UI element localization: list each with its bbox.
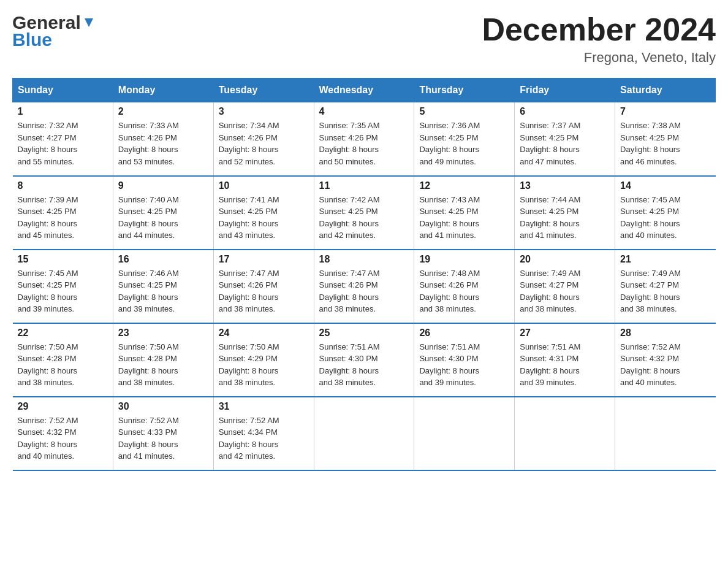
day-number: 3 [219,106,309,117]
day-info: Sunrise: 7:50 AMSunset: 4:28 PMDaylight:… [118,341,208,389]
cell-week4-day4: 26Sunrise: 7:51 AMSunset: 4:30 PMDayligh… [414,323,515,397]
day-info: Sunrise: 7:44 AMSunset: 4:25 PMDaylight:… [520,194,610,242]
day-info: Sunrise: 7:45 AMSunset: 4:25 PMDaylight:… [18,267,108,315]
cell-week3-day2: 17Sunrise: 7:47 AMSunset: 4:26 PMDayligh… [213,250,314,323]
cell-week2-day3: 11Sunrise: 7:42 AMSunset: 4:25 PMDayligh… [314,176,414,250]
cell-week5-day4 [414,397,515,470]
calendar-body: 1Sunrise: 7:32 AMSunset: 4:27 PMDaylight… [13,102,716,470]
cell-week4-day5: 27Sunrise: 7:51 AMSunset: 4:31 PMDayligh… [515,323,615,397]
cell-week4-day0: 22Sunrise: 7:50 AMSunset: 4:28 PMDayligh… [13,323,113,397]
day-number: 7 [620,106,710,117]
day-info: Sunrise: 7:51 AMSunset: 4:30 PMDaylight:… [319,341,409,389]
day-number: 14 [620,180,710,191]
cell-week4-day6: 28Sunrise: 7:52 AMSunset: 4:32 PMDayligh… [615,323,716,397]
cell-week2-day5: 13Sunrise: 7:44 AMSunset: 4:25 PMDayligh… [515,176,615,250]
day-number: 31 [219,401,309,412]
day-info: Sunrise: 7:52 AMSunset: 4:33 PMDaylight:… [118,415,208,462]
day-info: Sunrise: 7:47 AMSunset: 4:26 PMDaylight:… [219,267,309,315]
col-tuesday: Tuesday [213,79,314,102]
col-sunday: Sunday [13,79,113,102]
day-number: 27 [520,327,610,339]
day-number: 18 [319,254,409,265]
logo-blue: Blue [12,31,52,49]
cell-week1-day2: 3Sunrise: 7:34 AMSunset: 4:26 PMDaylight… [213,102,314,176]
day-number: 10 [219,180,309,191]
week-row-1: 1Sunrise: 7:32 AMSunset: 4:27 PMDaylight… [13,102,716,176]
cell-week5-day3 [314,397,414,470]
week-row-3: 15Sunrise: 7:45 AMSunset: 4:25 PMDayligh… [13,250,716,323]
day-info: Sunrise: 7:33 AMSunset: 4:26 PMDaylight:… [118,120,208,167]
day-number: 4 [319,106,409,117]
day-info: Sunrise: 7:48 AMSunset: 4:26 PMDaylight:… [419,267,509,315]
cell-week2-day6: 14Sunrise: 7:45 AMSunset: 4:25 PMDayligh… [615,176,716,250]
cell-week1-day4: 5Sunrise: 7:36 AMSunset: 4:25 PMDaylight… [414,102,515,176]
day-number: 17 [219,254,309,265]
week-row-4: 22Sunrise: 7:50 AMSunset: 4:28 PMDayligh… [13,323,716,397]
col-friday: Friday [515,79,615,102]
day-number: 30 [118,401,208,412]
col-saturday: Saturday [615,79,716,102]
day-number: 28 [620,327,710,339]
cell-week2-day2: 10Sunrise: 7:41 AMSunset: 4:25 PMDayligh… [213,176,314,250]
cell-week4-day3: 25Sunrise: 7:51 AMSunset: 4:30 PMDayligh… [314,323,414,397]
day-info: Sunrise: 7:46 AMSunset: 4:25 PMDaylight:… [118,267,208,315]
day-number: 21 [620,254,710,265]
day-number: 9 [118,180,208,191]
day-info: Sunrise: 7:52 AMSunset: 4:32 PMDaylight:… [18,415,108,462]
day-number: 15 [18,254,108,265]
cell-week5-day6 [615,397,716,470]
day-info: Sunrise: 7:49 AMSunset: 4:27 PMDaylight:… [620,267,710,315]
cell-week3-day4: 19Sunrise: 7:48 AMSunset: 4:26 PMDayligh… [414,250,515,323]
day-number: 13 [520,180,610,191]
day-info: Sunrise: 7:50 AMSunset: 4:29 PMDaylight:… [219,341,309,389]
day-info: Sunrise: 7:52 AMSunset: 4:34 PMDaylight:… [219,415,309,462]
day-info: Sunrise: 7:49 AMSunset: 4:27 PMDaylight:… [520,267,610,315]
logo-arrow-icon [82,16,96,29]
day-info: Sunrise: 7:43 AMSunset: 4:25 PMDaylight:… [419,194,509,242]
week-row-5: 29Sunrise: 7:52 AMSunset: 4:32 PMDayligh… [13,397,716,470]
cell-week1-day1: 2Sunrise: 7:33 AMSunset: 4:26 PMDaylight… [113,102,213,176]
logo: General Blue [12,12,96,49]
cell-week5-day0: 29Sunrise: 7:52 AMSunset: 4:32 PMDayligh… [13,397,113,470]
day-number: 11 [319,180,409,191]
day-info: Sunrise: 7:51 AMSunset: 4:31 PMDaylight:… [520,341,610,389]
calendar-header: Sunday Monday Tuesday Wednesday Thursday… [13,79,716,102]
cell-week3-day0: 15Sunrise: 7:45 AMSunset: 4:25 PMDayligh… [13,250,113,323]
cell-week3-day1: 16Sunrise: 7:46 AMSunset: 4:25 PMDayligh… [113,250,213,323]
cell-week5-day2: 31Sunrise: 7:52 AMSunset: 4:34 PMDayligh… [213,397,314,470]
cell-week1-day6: 7Sunrise: 7:38 AMSunset: 4:25 PMDaylight… [615,102,716,176]
col-monday: Monday [113,79,213,102]
day-info: Sunrise: 7:42 AMSunset: 4:25 PMDaylight:… [319,194,409,242]
day-info: Sunrise: 7:47 AMSunset: 4:26 PMDaylight:… [319,267,409,315]
cell-week5-day1: 30Sunrise: 7:52 AMSunset: 4:33 PMDayligh… [113,397,213,470]
cell-week4-day2: 24Sunrise: 7:50 AMSunset: 4:29 PMDayligh… [213,323,314,397]
day-number: 12 [419,180,509,191]
week-row-2: 8Sunrise: 7:39 AMSunset: 4:25 PMDaylight… [13,176,716,250]
day-number: 2 [118,106,208,117]
day-info: Sunrise: 7:32 AMSunset: 4:27 PMDaylight:… [18,120,108,167]
day-info: Sunrise: 7:38 AMSunset: 4:25 PMDaylight:… [620,120,710,167]
day-number: 6 [520,106,610,117]
day-info: Sunrise: 7:37 AMSunset: 4:25 PMDaylight:… [520,120,610,167]
day-number: 8 [18,180,108,191]
day-number: 23 [118,327,208,339]
cell-week3-day3: 18Sunrise: 7:47 AMSunset: 4:26 PMDayligh… [314,250,414,323]
cell-week3-day5: 20Sunrise: 7:49 AMSunset: 4:27 PMDayligh… [515,250,615,323]
svg-marker-0 [85,18,93,27]
cell-week1-day0: 1Sunrise: 7:32 AMSunset: 4:27 PMDaylight… [13,102,113,176]
location-title: Fregona, Veneto, Italy [482,50,716,66]
page-header: General Blue December 2024 Fregona, Vene… [12,12,716,66]
day-info: Sunrise: 7:35 AMSunset: 4:26 PMDaylight:… [319,120,409,167]
day-number: 19 [419,254,509,265]
cell-week4-day1: 23Sunrise: 7:50 AMSunset: 4:28 PMDayligh… [113,323,213,397]
day-info: Sunrise: 7:51 AMSunset: 4:30 PMDaylight:… [419,341,509,389]
cell-week3-day6: 21Sunrise: 7:49 AMSunset: 4:27 PMDayligh… [615,250,716,323]
title-block: December 2024 Fregona, Veneto, Italy [482,12,716,66]
col-thursday: Thursday [414,79,515,102]
cell-week2-day1: 9Sunrise: 7:40 AMSunset: 4:25 PMDaylight… [113,176,213,250]
header-row: Sunday Monday Tuesday Wednesday Thursday… [13,79,716,102]
cell-week2-day4: 12Sunrise: 7:43 AMSunset: 4:25 PMDayligh… [414,176,515,250]
day-info: Sunrise: 7:40 AMSunset: 4:25 PMDaylight:… [118,194,208,242]
day-number: 26 [419,327,509,339]
month-title: December 2024 [482,12,716,47]
